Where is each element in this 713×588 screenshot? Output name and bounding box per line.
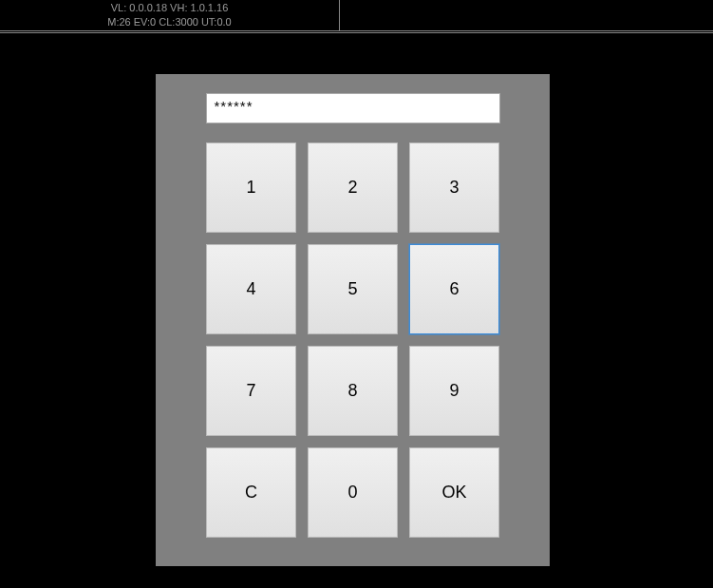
key-ok[interactable]: OK — [409, 447, 499, 538]
version-line: VL: 0.0.0.18 VH: 1.0.1.16 — [0, 1, 339, 15]
key-0[interactable]: 0 — [308, 447, 398, 538]
key-7[interactable]: 7 — [206, 346, 296, 436]
metrics-line: M:26 EV:0 CL:3000 UT:0.0 — [0, 15, 339, 29]
header-bar: VL: 0.0.0.18 VH: 1.0.1.16 M:26 EV:0 CL:3… — [0, 0, 713, 33]
status-panel: VL: 0.0.0.18 VH: 1.0.1.16 M:26 EV:0 CL:3… — [0, 0, 340, 30]
key-4[interactable]: 4 — [206, 244, 296, 334]
pin-display[interactable]: ****** — [206, 93, 500, 123]
key-3[interactable]: 3 — [409, 142, 499, 233]
key-6[interactable]: 6 — [409, 244, 499, 334]
key-5[interactable]: 5 — [308, 244, 398, 334]
header-spacer — [340, 0, 713, 30]
key-2[interactable]: 2 — [308, 142, 398, 233]
key-9[interactable]: 9 — [409, 346, 499, 436]
keypad-panel: ****** 1 2 3 4 5 6 7 8 9 C 0 OK — [156, 74, 550, 566]
key-clear[interactable]: C — [206, 447, 296, 538]
key-8[interactable]: 8 — [308, 346, 398, 436]
keypad-grid: 1 2 3 4 5 6 7 8 9 C 0 OK — [175, 142, 531, 538]
key-1[interactable]: 1 — [206, 142, 296, 233]
